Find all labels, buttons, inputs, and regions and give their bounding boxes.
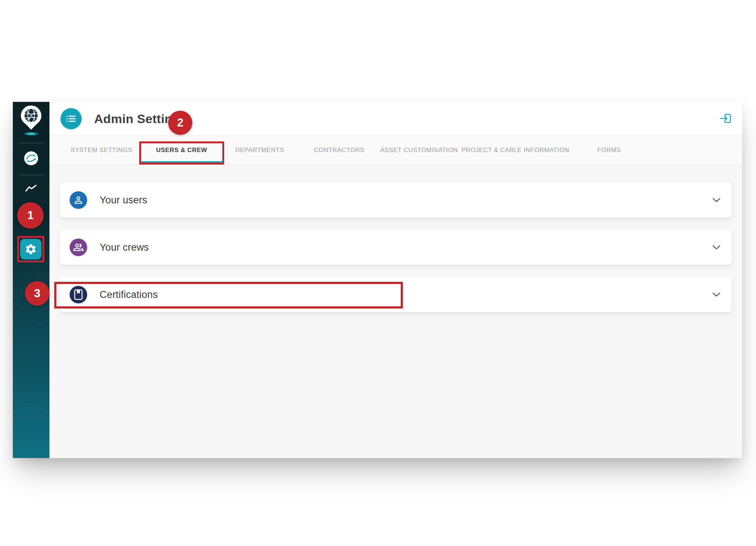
settings-gear-button[interactable] — [20, 239, 41, 259]
tab-users-crew[interactable]: USERS & CREW — [141, 136, 222, 165]
globe-pin-logo-icon[interactable] — [18, 105, 44, 137]
exit-button[interactable] — [719, 113, 732, 124]
app-window: Admin Settings SYSTEM SETTINGS USERS & C… — [13, 102, 742, 458]
tab-bar: SYSTEM SETTINGS USERS & CREW DEPARTMENTS… — [49, 136, 742, 165]
chevron-down-icon[interactable] — [712, 245, 721, 250]
page-title: Admin Settings — [94, 112, 187, 126]
main-panel: Admin Settings SYSTEM SETTINGS USERS & C… — [49, 102, 742, 458]
certifications-accordion[interactable]: Certifications — [60, 277, 732, 312]
accordion-label: Your crews — [100, 242, 149, 253]
sidebar-watermark — [2, 407, 60, 465]
tab-project-cable-information[interactable]: PROJECT & CABLE INFORMATION — [462, 136, 569, 165]
exit-icon — [720, 113, 731, 123]
accordion-label: Your users — [100, 195, 147, 206]
sidebar-divider — [18, 175, 44, 175]
swirl-globe-icon[interactable] — [13, 151, 49, 166]
tab-system-settings[interactable]: SYSTEM SETTINGS — [71, 136, 133, 165]
page-header: Admin Settings — [49, 102, 742, 136]
menu-button[interactable] — [60, 108, 82, 129]
tab-contractors[interactable]: CONTRACTORS — [314, 136, 364, 165]
chevron-down-icon[interactable] — [712, 198, 721, 203]
content-area: Your users Your crews — [49, 165, 742, 458]
sidebar-divider — [18, 143, 44, 143]
chevron-down-icon[interactable] — [712, 292, 721, 297]
sidebar — [13, 102, 49, 458]
your-users-accordion[interactable]: Your users — [60, 182, 732, 218]
tab-departments[interactable]: DEPARTMENTS — [235, 136, 284, 165]
gear-icon — [25, 243, 37, 255]
your-crews-accordion[interactable]: Your crews — [60, 230, 732, 265]
accordion-label: Certifications — [100, 289, 158, 300]
user-icon — [70, 191, 87, 209]
book-icon — [70, 286, 87, 303]
list-menu-icon — [66, 114, 76, 123]
group-icon — [70, 239, 87, 256]
activity-chart-icon[interactable] — [13, 185, 49, 192]
tab-forms[interactable]: FORMS — [597, 136, 621, 165]
tab-asset-customisation[interactable]: ASSET CUSTOMISATION — [380, 136, 458, 165]
